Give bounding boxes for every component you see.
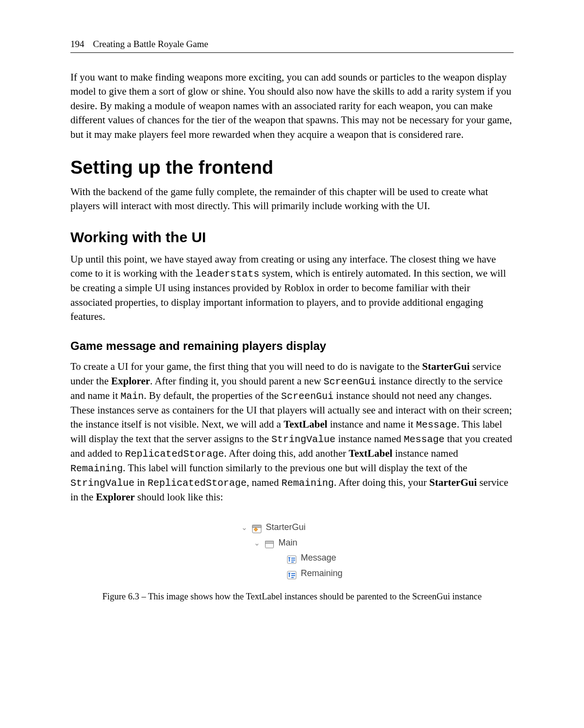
- code-inline: ReplicatedStorage: [148, 478, 247, 489]
- section-heading: Setting up the frontend: [70, 157, 514, 178]
- figure: ⌄ StarterGui ⌄ Main: [70, 520, 514, 602]
- svg-rect-9: [291, 573, 295, 574]
- svg-rect-5: [291, 558, 295, 559]
- text-fragment: in: [134, 477, 148, 488]
- code-inline: Message: [416, 419, 457, 430]
- text-fragment: . After doing this, your: [334, 477, 430, 488]
- svg-rect-1: [252, 525, 261, 528]
- code-inline: StringValue: [70, 478, 134, 489]
- tree-item-label: Remaining: [300, 566, 342, 581]
- intro-paragraph: If you want to make finding weapons more…: [70, 70, 514, 142]
- svg-rect-6: [291, 560, 295, 561]
- tree-item-message: Message: [241, 550, 342, 566]
- text-fragment: . This label will function similarly to …: [123, 462, 467, 474]
- bold-term: TextLabel: [284, 418, 327, 430]
- text-fragment: . After finding it, you should parent a …: [150, 375, 324, 387]
- chevron-down-icon: ⌄: [241, 521, 248, 534]
- startergui-icon: [252, 523, 262, 532]
- tree-item-remaining: Remaining: [241, 566, 342, 581]
- bold-term: StarterGui: [429, 477, 477, 488]
- header-divider: [70, 52, 514, 53]
- tree-item-main: ⌄ Main: [241, 535, 342, 551]
- textlabel-icon: [287, 554, 297, 563]
- subheading: Working with the UI: [70, 229, 514, 246]
- code-inline: ScreenGui: [281, 391, 334, 402]
- text-fragment: . By default, the properties of the: [144, 390, 281, 401]
- svg-rect-11: [291, 577, 294, 578]
- page-number: 194: [70, 39, 84, 50]
- code-inline: Remaining: [70, 463, 123, 474]
- bold-term: StarterGui: [422, 361, 470, 372]
- svg-rect-10: [291, 575, 295, 576]
- tree-item-label: Message: [300, 550, 336, 566]
- bold-term: Explorer: [111, 375, 150, 387]
- text-fragment: , named: [247, 477, 282, 488]
- tree-item-startergui: ⌄ StarterGui: [241, 520, 342, 535]
- textlabel-icon: [287, 569, 297, 578]
- page-header: 194 Creating a Battle Royale Game: [70, 39, 514, 50]
- chapter-title: Creating a Battle Royale Game: [93, 39, 208, 50]
- code-inline: Main: [120, 391, 144, 402]
- text-fragment: . After doing this, add another: [224, 447, 349, 459]
- code-inline: ReplicatedStorage: [125, 448, 224, 460]
- svg-rect-7: [291, 562, 294, 563]
- tree-item-label: Main: [278, 535, 297, 551]
- text-fragment: instance named: [335, 433, 404, 445]
- explorer-tree: ⌄ StarterGui ⌄ Main: [241, 520, 342, 581]
- bold-term: TextLabel: [349, 447, 392, 459]
- figure-caption: Figure 6.3 – This image shows how the Te…: [102, 592, 482, 602]
- text-fragment: instance named: [392, 447, 458, 459]
- message-paragraph: To create a UI for your game, the first …: [70, 360, 514, 504]
- section-intro-paragraph: With the backend of the game fully compl…: [70, 185, 514, 214]
- code-inline: ScreenGui: [324, 376, 376, 387]
- chevron-down-icon: ⌄: [254, 537, 261, 549]
- bold-term: Explorer: [96, 491, 135, 503]
- svg-rect-3: [266, 541, 274, 544]
- code-inline: Message: [404, 434, 445, 445]
- code-inline: StringValue: [271, 434, 335, 445]
- text-fragment: To create a UI for your game, the first …: [70, 361, 422, 372]
- code-inline: Remaining: [282, 478, 334, 489]
- text-fragment: instance and name it: [327, 418, 416, 430]
- subsubheading: Game message and remaining players displ…: [70, 339, 514, 353]
- screengui-icon: [265, 539, 274, 547]
- ui-paragraph: Up until this point, we have stayed away…: [70, 252, 514, 324]
- text-fragment: should look like this:: [135, 491, 223, 503]
- tree-item-label: StarterGui: [266, 520, 305, 535]
- code-inline: leaderstats: [195, 268, 259, 280]
